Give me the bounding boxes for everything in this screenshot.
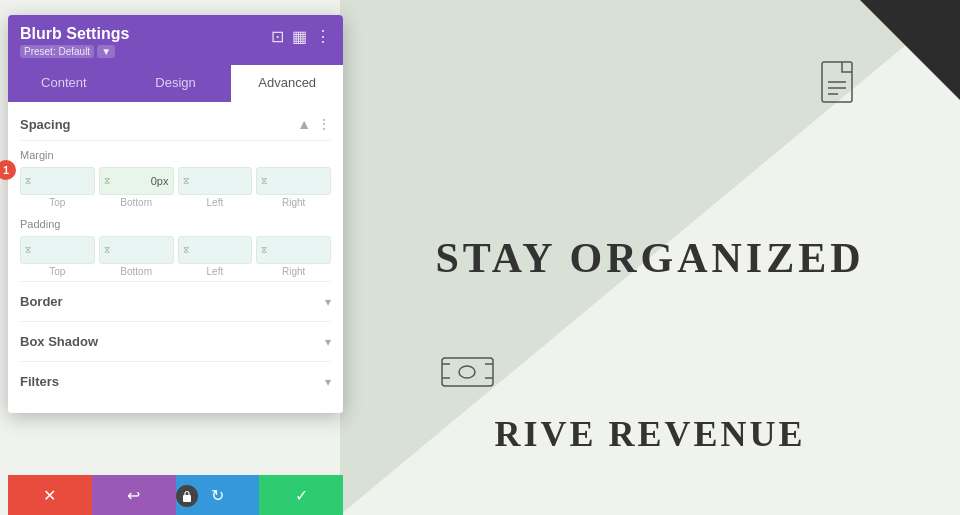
margin-right-label: Right — [282, 197, 305, 208]
padding-left-cell: ⧖ Left — [178, 236, 253, 277]
settings-panel: Blurb Settings Preset: Default ▼ ⊡ ▦ ⋮ C… — [8, 15, 343, 413]
margin-top-input[interactable]: ⧖ — [20, 167, 95, 195]
padding-bottom-input[interactable]: ⧖ — [99, 236, 174, 264]
padding-top-label: Top — [49, 266, 65, 277]
file-icon — [820, 60, 860, 114]
spacing-collapse-icon[interactable]: ▲ — [297, 116, 311, 132]
filters-title: Filters — [20, 374, 59, 389]
margin-right-input[interactable]: ⧖ — [256, 167, 331, 195]
svg-point-5 — [459, 366, 475, 378]
fullscreen-icon[interactable]: ⊡ — [271, 27, 284, 46]
padding-left-label: Left — [207, 266, 224, 277]
box-shadow-title: Box Shadow — [20, 334, 98, 349]
box-shadow-section[interactable]: Box Shadow ▾ — [20, 321, 331, 361]
spacing-title: Spacing — [20, 117, 71, 132]
margin-bottom-input[interactable]: ⧖ 0px — [99, 167, 174, 195]
border-chevron-icon: ▾ — [325, 295, 331, 309]
more-options-icon[interactable]: ⋮ — [315, 27, 331, 46]
filters-section[interactable]: Filters ▾ — [20, 361, 331, 401]
margin-top-label: Top — [49, 197, 65, 208]
cancel-icon: ✕ — [43, 486, 56, 505]
tab-bar: Content Design Advanced — [8, 65, 343, 102]
margin-bottom-cell: ⧖ 0px Bottom — [99, 167, 174, 208]
stay-organized-text: STAY ORGANIZED — [435, 234, 864, 282]
padding-bottom-cell: ⧖ Bottom — [99, 236, 174, 277]
filters-chevron-icon: ▾ — [325, 375, 331, 389]
tab-content[interactable]: Content — [8, 65, 120, 102]
padding-right-cell: ⧖ Right — [256, 236, 331, 277]
revenue-text: RIVE REVENUE — [494, 413, 805, 455]
svg-rect-4 — [442, 358, 493, 386]
spacing-actions: ▲ ⋮ — [297, 116, 331, 132]
spacing-section-header: Spacing ▲ ⋮ — [20, 102, 331, 141]
margin-right-link-icon: ⧖ — [261, 176, 267, 187]
padding-top-link-icon: ⧖ — [25, 245, 31, 256]
padding-bottom-label: Bottom — [120, 266, 152, 277]
margin-left-cell: ⧖ Left — [178, 167, 253, 208]
box-shadow-chevron-icon: ▾ — [325, 335, 331, 349]
padding-right-link-icon: ⧖ — [261, 245, 267, 256]
padding-right-label: Right — [282, 266, 305, 277]
panel-preset[interactable]: Preset: Default ▼ — [20, 45, 129, 57]
cancel-button[interactable]: ✕ — [8, 475, 92, 515]
undo-icon: ↩ — [127, 486, 140, 505]
margin-left-link-icon: ⧖ — [183, 176, 189, 187]
undo-button[interactable]: ↩ — [92, 475, 176, 515]
bottom-bar: ✕ ↩ ↻ ✓ — [8, 475, 343, 515]
lock-icon[interactable] — [176, 485, 198, 507]
padding-inputs: ⧖ Top ⧖ Bottom ⧖ Left — [20, 236, 331, 277]
margin-right-cell: ⧖ Right — [256, 167, 331, 208]
money-icon — [440, 356, 495, 395]
save-icon: ✓ — [295, 486, 308, 505]
margin-top-cell: ⧖ Top — [20, 167, 95, 208]
tab-design[interactable]: Design — [120, 65, 232, 102]
padding-right-input[interactable]: ⧖ — [256, 236, 331, 264]
spacing-more-icon[interactable]: ⋮ — [317, 116, 331, 132]
columns-icon[interactable]: ▦ — [292, 27, 307, 46]
padding-top-cell: ⧖ Top — [20, 236, 95, 277]
panel-header: Blurb Settings Preset: Default ▼ ⊡ ▦ ⋮ — [8, 15, 343, 65]
panel-body: Spacing ▲ ⋮ Margin ⧖ Top ⧖ 0px — [8, 102, 343, 413]
margin-left-input[interactable]: ⧖ — [178, 167, 253, 195]
redo-icon: ↻ — [211, 486, 224, 505]
panel-title: Blurb Settings — [20, 25, 129, 43]
padding-left-link-icon: ⧖ — [183, 245, 189, 256]
svg-rect-10 — [183, 495, 191, 502]
panel-header-icons: ⊡ ▦ ⋮ — [271, 27, 331, 46]
padding-top-input[interactable]: ⧖ — [20, 236, 95, 264]
margin-bottom-value: 0px — [151, 175, 169, 187]
save-button[interactable]: ✓ — [259, 475, 343, 515]
margin-left-label: Left — [207, 197, 224, 208]
margin-inputs: ⧖ Top ⧖ 0px Bottom ⧖ Left — [20, 167, 331, 208]
padding-left-input[interactable]: ⧖ — [178, 236, 253, 264]
margin-top-link-icon: ⧖ — [25, 176, 31, 187]
padding-bottom-link-icon: ⧖ — [104, 245, 110, 256]
tab-advanced[interactable]: Advanced — [231, 65, 343, 102]
margin-bottom-label: Bottom — [120, 197, 152, 208]
main-content-area: STAY ORGANIZED RIVE REVENUE — [340, 0, 960, 515]
margin-bottom-link-icon: ⧖ — [104, 176, 110, 187]
border-title: Border — [20, 294, 63, 309]
border-section[interactable]: Border ▾ — [20, 281, 331, 321]
padding-label: Padding — [20, 218, 331, 230]
margin-label: Margin — [20, 149, 331, 161]
